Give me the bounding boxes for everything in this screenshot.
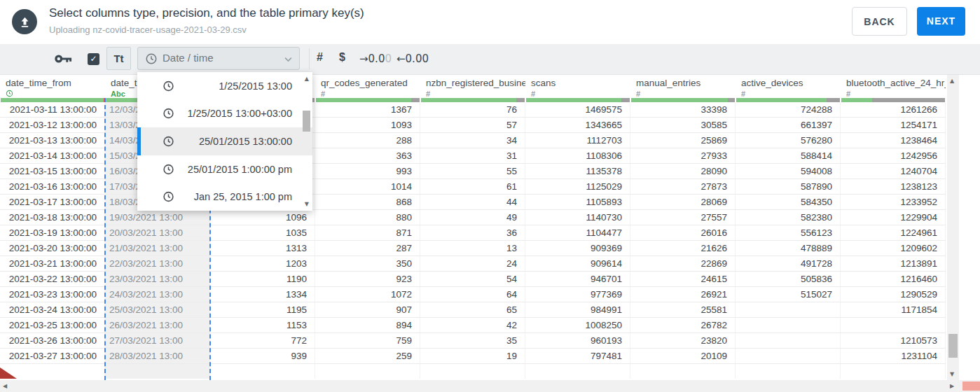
include-column-checkbox[interactable]: ✓	[88, 53, 99, 65]
date-format-option[interactable]: 25/01/2015 1:00:00 pm	[137, 155, 312, 183]
column-name: qr_codes_generated	[321, 78, 420, 88]
table-cell: 1035	[210, 225, 315, 240]
table-cell: 946701	[525, 272, 630, 286]
scroll-up-arrow-icon[interactable]: ▲	[950, 78, 954, 84]
table-cell: 2021-03-19 13:00:00	[0, 225, 105, 240]
date-format-option[interactable]: 25/01/2015 13:00:00	[137, 127, 312, 155]
table-cell: 2021-03-17 13:00:00	[0, 195, 105, 209]
column-header-nzbn_registered_busine[interactable]: nzbn_registered_busine#	[420, 75, 525, 102]
date-format-option[interactable]: Jan 25, 2015 1:00 pm	[137, 183, 312, 211]
table-row: 2021-03-26 13:00:0027/03/2021 13:0077275…	[0, 333, 946, 349]
column-header-active_devices[interactable]: active_devices#	[736, 75, 841, 102]
table-cell: 2021-03-24 13:00:00	[0, 302, 105, 317]
table-cell: 2021-03-11 13:00:00	[0, 102, 105, 117]
column-name: nzbn_registered_busine	[426, 78, 525, 88]
table-cell: 1190	[210, 272, 315, 286]
column-name: active_devices	[741, 78, 841, 88]
date-format-dropdown: 1/25/2015 13:001/25/2015 13:00+03:0025/0…	[137, 72, 312, 211]
table-cell: 350	[315, 256, 420, 271]
table-cell: 1290529	[841, 287, 946, 302]
table-cell: 2021-03-26 13:00:00	[0, 333, 105, 348]
table-cell: 1233952	[841, 195, 946, 209]
table-cell: 1008250	[525, 318, 630, 332]
date-format-option[interactable]: 1/25/2015 13:00+03:00	[137, 100, 312, 128]
table-cell: 44	[420, 195, 525, 209]
table-cell: 1229904	[841, 210, 946, 225]
table-cell: 1242956	[841, 148, 946, 163]
table-cell	[630, 364, 736, 379]
table-cell	[736, 302, 841, 317]
table-row: 2021-03-18 13:00:0019/03/2021 13:0010968…	[0, 210, 946, 225]
table-cell: 1213891	[841, 256, 946, 271]
table-cell: 2021-03-14 13:00:00	[0, 148, 105, 163]
back-button[interactable]: BACK	[852, 7, 907, 36]
scroll-right-arrow-icon[interactable]: ▶	[950, 383, 954, 389]
vertical-scrollbar[interactable]: ▲ ▼	[947, 75, 959, 380]
table-cell: 894	[315, 318, 420, 332]
horizontal-scrollbar[interactable]: ◀ ▶	[0, 380, 980, 392]
horizontal-scroll-thumb[interactable]	[962, 382, 980, 391]
table-cell: 25869	[630, 133, 736, 148]
column-type-glyph: Abc	[111, 90, 125, 98]
datetime-type-select[interactable]: Date / time	[137, 47, 300, 70]
table-cell: 868	[315, 195, 420, 209]
increase-precision-button[interactable]: →0.00	[359, 52, 392, 65]
table-cell: 1209602	[841, 241, 946, 255]
scroll-down-arrow-icon[interactable]: ▼	[950, 371, 954, 377]
table-cell: 65	[420, 302, 525, 317]
table-cell: 49	[420, 210, 525, 225]
table-cell	[420, 364, 525, 379]
table-cell: 76	[420, 102, 525, 117]
table-cell: 363	[315, 148, 420, 163]
key-icon	[55, 54, 72, 64]
table-cell: 57	[420, 118, 525, 132]
error-flag-icon	[0, 368, 17, 379]
primary-key-button[interactable]	[55, 54, 72, 66]
table-cell: 19	[420, 349, 525, 363]
table-row: 2021-03-25 13:00:0026/03/2021 13:0011538…	[0, 318, 946, 333]
column-header-manual_entries[interactable]: manual_entries#	[630, 75, 736, 102]
table-cell: 1153	[210, 318, 315, 332]
currency-type-button[interactable]: $	[339, 51, 345, 64]
table-cell: 1224961	[841, 225, 946, 240]
table-cell: 1171854	[841, 302, 946, 317]
table-cell: 26/03/2021 13:00	[105, 318, 210, 332]
date-format-label: 25/01/2015 1:00:00 pm	[188, 164, 292, 175]
table-cell: 1231104	[841, 349, 946, 363]
table-cell: 1112703	[525, 133, 630, 148]
table-cell: 587890	[736, 179, 841, 194]
column-header-date_time_from[interactable]: date_time_from	[0, 75, 105, 102]
table-cell: 797481	[525, 349, 630, 363]
date-format-option[interactable]: 1/25/2015 13:00	[137, 72, 312, 100]
column-type-glyph: #	[846, 90, 850, 98]
checkmark-icon: ✓	[90, 54, 97, 64]
decrease-precision-button[interactable]: ←0.00	[396, 52, 429, 65]
dropdown-scroll-down-icon[interactable]: ▼	[305, 201, 309, 207]
table-cell: 288	[315, 133, 420, 148]
column-header-bluetooth_active_24_hr_[interactable]: bluetooth_active_24_hr_#	[841, 75, 946, 102]
table-cell: 30585	[630, 118, 736, 132]
table-cell: 2021-03-12 13:00:00	[0, 118, 105, 132]
column-type-glyph: #	[531, 90, 535, 98]
dropdown-scroll-thumb[interactable]	[303, 111, 310, 132]
date-format-label: 1/25/2015 13:00	[219, 80, 292, 92]
table-cell: 1254171	[841, 118, 946, 132]
vertical-scroll-thumb[interactable]	[948, 334, 958, 358]
text-type-button[interactable]: Tt	[106, 47, 131, 70]
number-type-button[interactable]: #	[317, 51, 323, 64]
next-button[interactable]: NEXT	[917, 7, 965, 36]
table-cell: 26782	[630, 318, 736, 332]
table-cell: 1210573	[841, 333, 946, 348]
table-cell: 1096	[210, 210, 315, 225]
table-cell: 1469575	[525, 102, 630, 117]
column-header-qr_codes_generated[interactable]: qr_codes_generated#	[315, 75, 420, 102]
table-cell	[736, 318, 841, 332]
scroll-left-arrow-icon[interactable]: ◀	[3, 383, 7, 389]
dropdown-scroll-up-icon[interactable]: ▲	[305, 76, 309, 82]
clock-icon	[145, 52, 158, 68]
table-cell: 1125029	[525, 179, 630, 194]
table-cell: 1140730	[525, 210, 630, 225]
table-cell: 22/03/2021 13:00	[105, 256, 210, 271]
table-cell: 1261266	[841, 102, 946, 117]
column-header-scans[interactable]: scans#	[525, 75, 630, 102]
